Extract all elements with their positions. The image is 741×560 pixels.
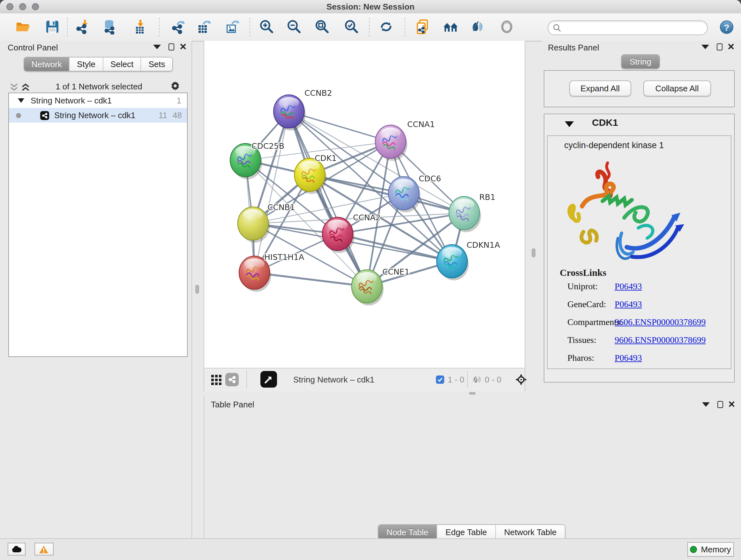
warning-button[interactable] [35,543,53,556]
node-CCNE1[interactable]: CCNE1 [351,267,409,306]
node-CCNB1[interactable]: CCNB1 [238,203,295,243]
float-panel-icon[interactable] [717,44,722,51]
node-label-CDC25B: CDC25B [251,141,284,151]
network-collection-row[interactable]: String Network – cdk1 1 [9,93,187,108]
crosslink-link[interactable]: P06493 [615,353,642,363]
string-home-button[interactable] [440,16,461,38]
export-network-button[interactable] [167,16,189,38]
cloud-button[interactable] [7,543,25,556]
control-panel: Control Panel ✕ NetworkStyleSelectSets 1… [0,41,192,538]
window-title: Session: New Session [0,0,741,13]
gear-icon[interactable] [170,80,181,91]
string-import-button[interactable] [412,16,434,38]
node-HIST1H1A[interactable]: HIST1H1A [239,253,304,292]
network-row-selected[interactable]: String Network – cdk1 11 48 [9,108,187,123]
float-panel-icon[interactable] [717,401,723,408]
export-table-button[interactable] [193,16,215,38]
titlebar: Session: New Session [0,0,741,14]
tab-string[interactable]: String [621,55,660,68]
import-network-file-button[interactable] [72,16,94,38]
splitter-handle[interactable] [195,285,199,294]
node-CCNA1[interactable]: CCNA1 [375,120,434,161]
node-label-CCNA1: CCNA1 [407,120,434,129]
tab-select[interactable]: Select [103,57,141,71]
zoom-in-button[interactable] [256,16,277,38]
double-home-icon [443,19,458,35]
collapse-triangle-icon[interactable] [564,121,574,127]
network-canvas[interactable]: CCNB2CCNA1CDC25BCDK1CDC6RB1CCNB1CCNA2CDK… [203,41,525,368]
left-splitter[interactable] [192,41,203,538]
import-table-button[interactable] [128,16,150,38]
bottom-splitter[interactable] [203,391,741,395]
edge-HIST1H1A-CCNE1[interactable] [254,273,367,287]
node-label-CDC6: CDC6 [418,174,441,183]
warning-icon [39,545,49,553]
tab-network-table[interactable]: Network Table [496,524,565,539]
collapse-all-icon[interactable] [10,83,18,91]
results-panel-title: Results Panel [548,43,599,52]
network-selection-status: 1 of 1 Network selected [38,82,159,91]
crosslink-link[interactable]: P06493 [615,300,642,310]
close-panel-icon[interactable]: ✕ [728,399,735,409]
apply-layout-button[interactable] [375,16,397,38]
node-CDC6[interactable]: CDC6 [388,174,441,212]
expand-all-button[interactable]: Expand All [569,80,631,96]
crosslink-link[interactable]: P06493 [615,282,642,292]
crosslink-link[interactable]: 9606.ENSP00000378699 [615,335,705,346]
collapse-triangle-icon[interactable] [18,98,24,103]
edge-CCNB2-HIST1H1A[interactable] [254,111,288,273]
zoom-selected-button[interactable] [341,16,362,38]
export-image-button[interactable] [221,16,243,38]
zoom-fit-button[interactable] [312,16,333,38]
separator [467,371,468,388]
tab-style[interactable]: Style [70,57,104,71]
hidden-eye-icon[interactable] [471,374,483,385]
crosslinks-list: Uniprot:P06493GeneCard:P06493Compartment… [548,282,731,371]
crosslink-link[interactable]: 9606.ENSP00000378699 [615,317,705,327]
status-bar: Memory [0,538,741,560]
results-actions-box: Expand All Collapse All [543,70,735,107]
node-label-HIST1H1A: HIST1H1A [264,253,304,262]
close-panel-icon[interactable]: ✕ [727,42,735,52]
splitter-handle[interactable] [469,392,475,395]
splitter-handle[interactable] [531,248,535,257]
right-splitter[interactable] [525,41,542,391]
protein-structure-image [563,157,685,266]
node-label-CDKN1A: CDKN1A [466,240,500,250]
toolbar-separator [369,18,369,37]
panel-menu-icon[interactable] [153,45,161,49]
tab-edge-table[interactable]: Edge Table [437,524,496,539]
network-edge-count: 48 [173,111,182,120]
node-CDC25B[interactable]: CDC25B [230,141,284,179]
hide-glasses-button[interactable] [467,16,488,38]
node-CDKN1A[interactable]: CDKN1A [436,240,499,280]
panel-menu-icon[interactable] [702,402,710,407]
search-input[interactable] [563,23,694,33]
zoom-out-button[interactable] [283,16,305,38]
network-view-toolbar: String Network – cdk1 1 - 0 0 - 0 [203,368,525,391]
save-session-button[interactable] [42,16,63,38]
collapse-all-button[interactable]: Collapse All [643,80,711,96]
birdseye-view-button[interactable] [260,371,277,388]
selected-checkbox-icon[interactable] [435,375,444,384]
tab-network[interactable]: Network [24,57,70,71]
expand-all-icon[interactable] [21,83,30,91]
grid-view-icon[interactable] [211,374,222,385]
refresh-icon [378,19,394,35]
current-network-dot-icon [16,113,21,118]
open-session-button[interactable] [12,16,34,38]
network-style-icon[interactable] [225,373,239,386]
disabled-eye-button[interactable] [495,16,517,38]
tab-node-table[interactable]: Node Table [378,524,437,539]
import-network-database-button[interactable] [99,16,121,38]
memory-status-icon [690,546,697,553]
panel-menu-icon[interactable] [701,45,709,49]
memory-button[interactable]: Memory [687,542,734,557]
node-RB1[interactable]: RB1 [449,192,495,232]
tab-sets[interactable]: Sets [141,57,172,71]
help-button[interactable]: ? [720,20,733,34]
toolbar-separator [67,18,68,37]
magnifier-check-icon [344,19,359,35]
float-panel-icon[interactable] [169,44,174,51]
close-panel-icon[interactable]: ✕ [179,42,187,52]
